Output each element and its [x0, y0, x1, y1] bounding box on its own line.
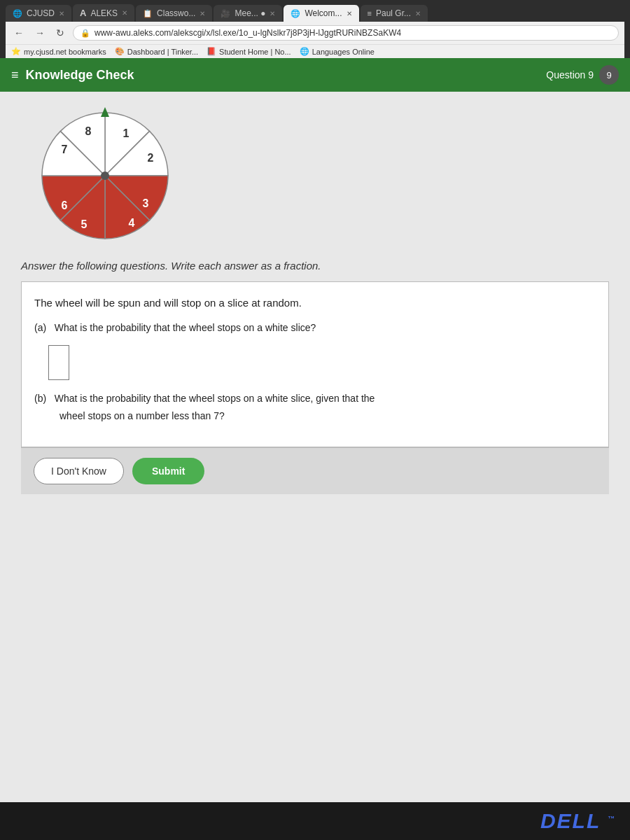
- dell-logo: DELL ™: [540, 809, 616, 833]
- paul-tab-label: Paul Gr...: [376, 8, 411, 18]
- part-a-text: (a) What is the probability that the whe…: [34, 319, 596, 337]
- bookmark-cjusd-icon: ⭐: [11, 47, 21, 56]
- submit-button[interactable]: Submit: [132, 458, 204, 484]
- question-intro: Answer the following questions. Write ea…: [21, 260, 609, 272]
- part-a: (a) What is the probability that the whe…: [34, 319, 596, 380]
- content-area: 1 2 3 4 5 6 7: [0, 92, 630, 508]
- lock-icon: 🔒: [80, 29, 90, 38]
- tab-welcome[interactable]: 🌐 Welcom... ✕: [284, 5, 358, 22]
- question-label: Question 9: [546, 69, 594, 80]
- tab-paul[interactable]: ≡ Paul Gr... ✕: [360, 5, 428, 22]
- tab-bar: 🌐 CJUSD ✕ A ALEKS ✕ 📋 Classwo... ✕ 🎥 Mee…: [6, 4, 624, 22]
- classwork-tab-close[interactable]: ✕: [200, 10, 205, 18]
- bookmark-languages-icon: 🌐: [300, 47, 309, 56]
- welcome-tab-label: Welcom...: [304, 8, 342, 18]
- svg-point-8: [101, 172, 109, 180]
- bookmark-dashboard-label: Dashboard | Tinker...: [127, 48, 198, 56]
- reload-button[interactable]: ↻: [53, 26, 67, 40]
- dont-know-button[interactable]: I Don't Know: [34, 458, 124, 484]
- tab-classwork[interactable]: 📋 Classwo... ✕: [136, 5, 212, 22]
- aleks-tab-label: ALEKS: [90, 8, 118, 18]
- bookmark-cjusd-label: my.cjusd.net bookmarks: [24, 48, 106, 56]
- wheel-description: The wheel will be spun and will stop on …: [34, 293, 596, 312]
- bookmark-languages-label: Languages Online: [312, 48, 374, 56]
- part-b-label: (b): [34, 393, 52, 404]
- question-number: 9: [606, 70, 611, 80]
- cjusd-tab-icon: 🌐: [13, 9, 22, 18]
- svg-text:2: 2: [148, 152, 154, 164]
- back-button[interactable]: ←: [11, 26, 27, 40]
- header-right: Question 9 9: [546, 65, 619, 85]
- bookmark-dashboard-icon: 🎨: [115, 47, 125, 56]
- bookmarks-bar: ⭐ my.cjusd.net bookmarks 🎨 Dashboard | T…: [6, 44, 624, 58]
- classwork-tab-label: Classwo...: [157, 8, 195, 18]
- svg-text:8: 8: [85, 125, 92, 137]
- part-b-question-line2: wheel stops on a number less than 7?: [59, 410, 225, 421]
- wheel-container: 1 2 3 4 5 6 7: [21, 106, 609, 246]
- tab-meet[interactable]: 🎥 Mee... ● ✕: [214, 5, 282, 22]
- paul-tab-close[interactable]: ✕: [415, 10, 421, 18]
- address-bar[interactable]: 🔒 www-awu.aleks.com/alekscgi/x/lsl.exe/1…: [73, 25, 619, 41]
- browser-chrome: 🌐 CJUSD ✕ A ALEKS ✕ 📋 Classwo... ✕ 🎥 Mee…: [0, 0, 630, 58]
- svg-text:7: 7: [62, 144, 68, 155]
- bookmark-student-icon: 📕: [206, 47, 216, 56]
- classwork-tab-icon: 📋: [143, 9, 153, 18]
- bookmark-student-label: Student Home | No...: [219, 48, 291, 56]
- svg-text:6: 6: [62, 200, 68, 211]
- part-b-text: (b) What is the probability that the whe…: [34, 390, 596, 425]
- question-box: The wheel will be spun and will stop on …: [21, 281, 609, 447]
- cjusd-tab-label: CJUSD: [27, 8, 55, 18]
- knowledge-check-title: Knowledge Check: [26, 68, 134, 83]
- svg-text:4: 4: [129, 217, 135, 229]
- welcome-tab-close[interactable]: ✕: [346, 10, 352, 18]
- bookmark-languages[interactable]: 🌐 Languages Online: [300, 47, 374, 56]
- aleks-header: ≡ Knowledge Check Question 9 9: [0, 58, 630, 92]
- bottom-buttons: I Don't Know Submit: [21, 447, 609, 494]
- part-a-label: (a): [34, 322, 52, 333]
- svg-text:3: 3: [143, 197, 149, 209]
- main-content: ≡ Knowledge Check Question 9 9 1 2: [0, 58, 630, 802]
- address-bar-row: ← → ↻ 🔒 www-awu.aleks.com/alekscgi/x/lsl…: [6, 22, 624, 44]
- dell-branding: DELL ™: [0, 802, 630, 840]
- probability-wheel: 1 2 3 4 5 6 7: [35, 106, 175, 246]
- paul-tab-icon: ≡: [368, 9, 372, 18]
- header-left: ≡ Knowledge Check: [11, 68, 134, 83]
- bookmark-student[interactable]: 📕 Student Home | No...: [206, 47, 291, 56]
- welcome-tab-icon: 🌐: [290, 9, 300, 18]
- url-text: www-awu.aleks.com/alekscgi/x/lsl.exe/1o_…: [94, 28, 401, 38]
- question-badge: 9: [599, 65, 619, 85]
- cjusd-tab-close[interactable]: ✕: [59, 10, 64, 18]
- aleks-tab-close[interactable]: ✕: [122, 9, 127, 17]
- tab-aleks[interactable]: A ALEKS ✕: [73, 4, 134, 22]
- svg-marker-9: [101, 107, 109, 117]
- aleks-tab-icon: A: [80, 8, 86, 18]
- forward-button[interactable]: →: [32, 26, 48, 40]
- part-a-question: What is the probability that the wheel s…: [55, 322, 316, 333]
- bookmark-cjusd[interactable]: ⭐ my.cjusd.net bookmarks: [11, 47, 106, 56]
- meet-tab-icon: 🎥: [220, 9, 230, 18]
- hamburger-icon[interactable]: ≡: [11, 68, 19, 83]
- fraction-input-area: [48, 345, 596, 380]
- part-b-question-line1: What is the probability that the wheel s…: [55, 393, 375, 404]
- meet-tab-label: Mee... ●: [234, 8, 265, 18]
- tab-cjusd[interactable]: 🌐 CJUSD ✕: [6, 5, 71, 22]
- part-b: (b) What is the probability that the whe…: [34, 390, 596, 425]
- bookmark-dashboard[interactable]: 🎨 Dashboard | Tinker...: [115, 47, 198, 56]
- svg-text:5: 5: [81, 218, 88, 230]
- fraction-input-box[interactable]: [48, 345, 69, 380]
- svg-text:1: 1: [123, 127, 130, 139]
- meet-tab-close[interactable]: ✕: [270, 10, 275, 18]
